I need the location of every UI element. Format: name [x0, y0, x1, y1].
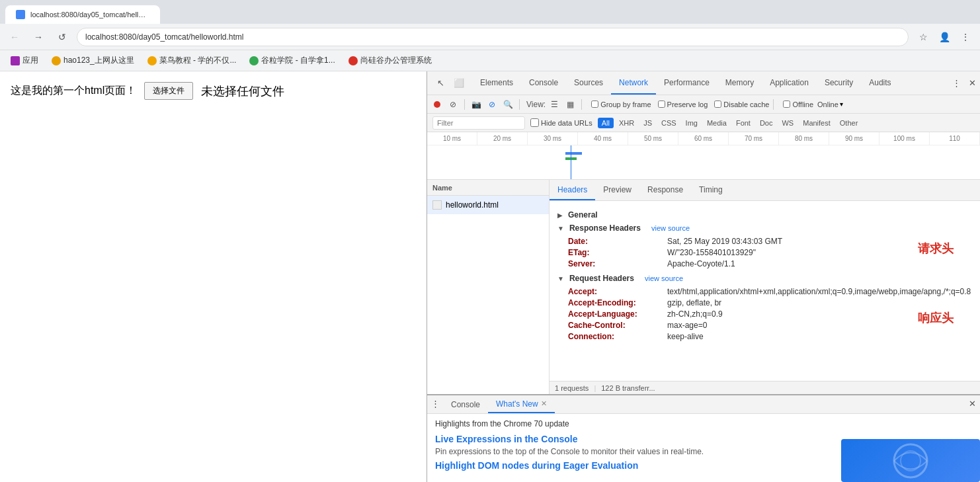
hide-data-urls-label[interactable]: Hide data URLs [530, 118, 592, 127]
reload-button[interactable]: ↺ [53, 28, 71, 46]
bottom-panel-close-button[interactable]: ✕ [964, 395, 980, 411]
bottom-content: Highlights from the Chrome 70 update Liv… [427, 414, 980, 482]
request-header-connection-name: Connection: [568, 332, 667, 341]
toolbar-separator-1 [464, 99, 465, 110]
back-button[interactable]: ← [5, 28, 24, 46]
tick-40ms: 40 ms [578, 132, 628, 145]
timeline-cursor-line [571, 145, 571, 180]
tab-elements[interactable]: Elements [472, 71, 521, 95]
filter-type-xhr[interactable]: XHR [615, 118, 638, 128]
filter-button[interactable]: ⊘ [485, 97, 499, 112]
offline-checkbox[interactable] [783, 100, 790, 108]
request-header-encoding: Accept-Encoding: gzip, deflate, br [568, 298, 972, 307]
group-by-frame-checkbox[interactable] [591, 100, 598, 108]
filter-type-doc[interactable]: Doc [756, 118, 777, 128]
browser-tab[interactable]: localhost:8080/day05_tomcat/helloworld.h… [5, 5, 160, 24]
address-input[interactable] [77, 28, 909, 46]
filter-bar: Hide data URLs All XHR JS CSS Img Media … [427, 114, 980, 132]
filter-type-css[interactable]: CSS [657, 118, 680, 128]
response-header-date-name: Date: [568, 237, 667, 246]
bottom-tab-console[interactable]: Console [443, 395, 488, 413]
tab-favicon [16, 10, 25, 19]
devtools-close-button[interactable]: ✕ [964, 75, 980, 91]
filter-type-ws[interactable]: WS [778, 118, 797, 128]
rd-tab-preview[interactable]: Preview [595, 180, 639, 200]
group-by-frame-label[interactable]: Group by frame [591, 100, 651, 108]
tick-10ms: 10 ms [427, 132, 477, 145]
page-content: 这是我的第一个html页面！ 选择文件 未选择任何文件 [0, 71, 427, 482]
headers-content: ▶ General ▼ Response Headers view source… [550, 201, 980, 381]
list-item[interactable]: helloworld.html [427, 196, 549, 214]
tab-memory[interactable]: Memory [717, 71, 762, 95]
bottom-tab-whats-new[interactable]: What's New ✕ [488, 395, 555, 413]
tab-application[interactable]: Application [762, 71, 817, 95]
file-choose-button[interactable]: 选择文件 [144, 82, 193, 100]
tick-30ms: 30 ms [528, 132, 578, 145]
bookmarks-bar: 应用 hao123_上网从这里 菜鸟教程 - 学的不仅... 谷粒学院 - 自学… [0, 50, 980, 71]
hao123-icon [52, 56, 61, 65]
tab-sources[interactable]: Sources [566, 71, 611, 95]
disable-cache-checkbox[interactable] [714, 100, 721, 108]
tick-110ms: 110 [930, 132, 980, 145]
bookmark-apps[interactable]: 应用 [5, 52, 44, 69]
page-heading-row: 这是我的第一个html页面！ 选择文件 未选择任何文件 [11, 82, 416, 100]
mobile-icon[interactable]: ⬜ [451, 75, 467, 91]
tab-console[interactable]: Console [521, 71, 566, 95]
filter-type-manifest[interactable]: Manifest [799, 118, 835, 128]
bottom-menu-icon[interactable]: ⋮ [427, 395, 443, 411]
request-headers-collapse-icon: ▼ [557, 275, 564, 282]
bookmark-gulixueyuan[interactable]: 谷粒学院 - 自学拿1... [244, 52, 340, 69]
disable-cache-label[interactable]: Disable cache [714, 100, 769, 108]
response-headers-view-source[interactable]: view source [651, 224, 690, 232]
filter-type-media[interactable]: Media [703, 118, 731, 128]
tab-performance[interactable]: Performance [656, 71, 717, 95]
offline-label[interactable]: Offline [783, 100, 813, 108]
rd-tab-headers[interactable]: Headers [550, 180, 595, 200]
tab-audits[interactable]: Audits [861, 71, 899, 95]
preserve-log-label[interactable]: Preserve log [658, 100, 708, 108]
rd-tab-timing[interactable]: Timing [691, 180, 731, 200]
general-section-header[interactable]: ▶ General [557, 210, 972, 220]
bookmark-star-button[interactable]: ☆ [914, 28, 932, 46]
filter-type-font[interactable]: Font [732, 118, 755, 128]
tick-60ms: 60 ms [678, 132, 729, 145]
status-separator: | [594, 384, 596, 392]
devtools-dock-icons: ↖ ⬜ [427, 71, 472, 95]
search-button[interactable]: 🔍 [501, 97, 515, 112]
filter-type-img[interactable]: Img [682, 118, 702, 128]
chrome-menu-button[interactable]: ⋮ [956, 28, 975, 46]
rd-tab-response[interactable]: Response [639, 180, 691, 200]
camera-button[interactable]: 📷 [469, 97, 483, 112]
stop-icon: ⊘ [450, 100, 456, 109]
devtools-more-button[interactable]: ⋮ [948, 75, 964, 91]
bookmark-shanggugu[interactable]: 尚硅谷办公管理系统 [343, 52, 437, 69]
filter-input[interactable] [432, 116, 525, 130]
bookmark-apps-label: 应用 [22, 55, 38, 66]
request-detail-tabs: Headers Preview Response Timing [550, 180, 980, 201]
filter-type-all[interactable]: All [598, 118, 614, 128]
tick-100ms: 100 ms [879, 132, 930, 145]
bookmark-cainiao[interactable]: 菜鸟教程 - 学的不仅... [142, 52, 242, 69]
record-button[interactable] [430, 97, 444, 112]
request-headers-view-source[interactable]: view source [645, 274, 683, 282]
request-headers-section-header[interactable]: ▼ Request Headers view source [557, 274, 972, 283]
response-headers-section-header[interactable]: ▼ Response Headers view source [557, 223, 972, 233]
forward-button[interactable]: → [29, 28, 48, 46]
filter-type-other[interactable]: Other [836, 118, 862, 128]
preserve-log-checkbox[interactable] [658, 100, 665, 108]
whats-new-close-button[interactable]: ✕ [541, 399, 547, 408]
hide-data-urls-checkbox[interactable] [530, 118, 539, 127]
stop-button[interactable]: ⊘ [446, 97, 460, 112]
view-film-button[interactable]: ▦ [563, 97, 577, 112]
tab-network[interactable]: Network [611, 71, 656, 95]
cursor-icon[interactable]: ↖ [432, 75, 448, 91]
bottom-tabs: ⋮ Console What's New ✕ ✕ [427, 395, 980, 414]
user-account-button[interactable]: 👤 [935, 28, 954, 46]
request-header-accept-value: text/html,application/xhtml+xml,applicat… [667, 287, 971, 296]
online-dropdown-icon[interactable]: ▾ [840, 100, 843, 108]
request-header-accept-name: Accept: [568, 287, 667, 296]
filter-type-js[interactable]: JS [639, 118, 656, 128]
bookmark-hao123[interactable]: hao123_上网从这里 [46, 52, 140, 69]
tab-security[interactable]: Security [817, 71, 861, 95]
view-list-button[interactable]: ☰ [547, 97, 561, 112]
